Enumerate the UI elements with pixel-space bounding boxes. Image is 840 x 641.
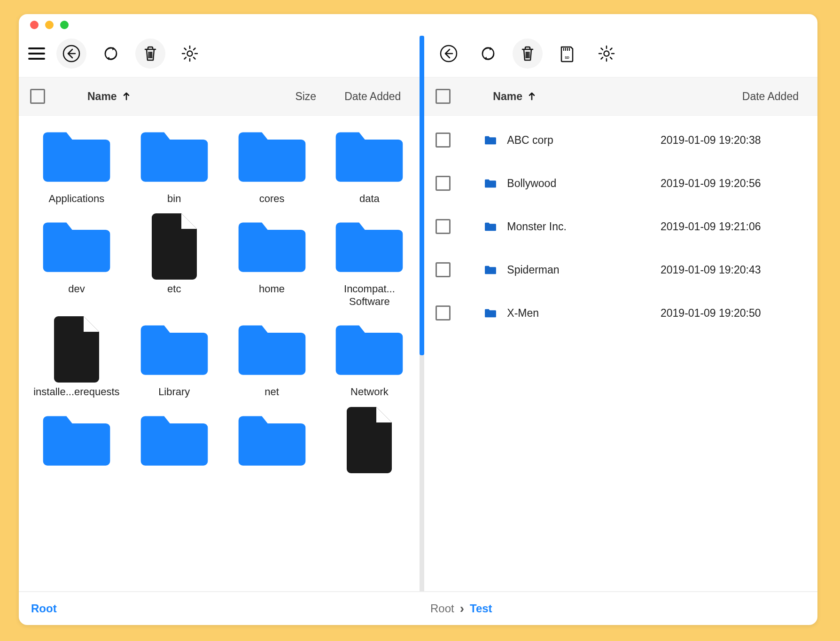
row-checkbox[interactable] [436,262,451,277]
grid-item-label: home [259,283,285,295]
row-name: Monster Inc. [507,220,661,233]
row-date: 2019-01-09 19:21:06 [661,220,806,233]
row-checkbox[interactable] [436,176,451,191]
list-row[interactable]: ABC corp 2019-01-09 19:20:38 [424,118,817,162]
row-checkbox[interactable] [436,305,451,320]
svg-line-36 [601,57,603,59]
grid-item[interactable]: dev [30,215,123,308]
folder-icon [234,125,310,186]
row-name: X-Men [507,307,661,320]
zoom-window-button[interactable] [60,21,69,29]
settings-button[interactable] [591,39,622,69]
sdcard-icon: SD [558,44,576,63]
sort-by-date[interactable]: Date Added [344,90,401,103]
breadcrumb-segment[interactable]: Test [470,602,492,615]
refresh-button[interactable] [96,39,126,69]
folder-icon [234,318,310,379]
folder-icon [39,215,114,276]
sort-by-size[interactable]: Size [295,90,316,103]
grid-item[interactable] [226,409,319,477]
refresh-icon [101,44,120,63]
list-row[interactable]: Spiderman 2019-01-09 19:20:43 [424,248,817,291]
folder-icon [39,125,114,186]
breadcrumb-segment[interactable]: Root [430,602,454,615]
grid-item[interactable]: Network [323,318,416,398]
row-checkbox[interactable] [436,219,451,234]
scrollbar-thumb[interactable] [420,36,424,355]
row-date: 2019-01-09 19:20:50 [661,307,806,320]
file-icon [39,318,114,379]
column-name-label: Name [87,90,117,103]
folder-icon [332,125,407,186]
grid-item[interactable]: etc [128,215,221,308]
left-pane: Name Size Date Added Applications bin co… [19,36,420,591]
grid-item-label: Incompat... Software [325,283,414,308]
sort-by-date[interactable]: Date Added [742,90,799,103]
grid-item-label: Network [350,386,389,398]
chevron-right-icon: › [460,601,464,616]
list-row[interactable]: Bollywood 2019-01-09 19:20:56 [424,162,817,205]
sort-by-name[interactable]: Name [87,90,131,103]
minimize-window-button[interactable] [45,21,54,29]
folder-icon [484,178,497,188]
sort-by-name[interactable]: Name [493,90,537,103]
folder-icon [332,215,407,276]
sdcard-button[interactable]: SD [552,39,582,69]
svg-line-35 [610,48,612,50]
arrow-left-circle-icon [439,44,458,63]
refresh-button[interactable] [473,39,503,69]
grid-item-label: bin [167,193,181,205]
svg-point-28 [604,51,609,56]
pane-divider[interactable] [420,36,424,591]
right-pane: SD Name Date Added [424,36,817,591]
grid-item[interactable] [30,409,123,477]
grid-item[interactable]: bin [128,125,221,205]
back-button[interactable] [434,39,464,69]
grid-item[interactable]: data [323,125,416,205]
folder-icon [234,409,310,470]
svg-line-33 [601,48,603,50]
grid-item[interactable]: net [226,318,319,398]
list-row[interactable]: X-Men 2019-01-09 19:20:50 [424,291,817,335]
svg-line-14 [194,48,195,50]
grid-item[interactable]: installe...erequests [30,318,123,398]
gear-icon [180,44,199,63]
trash-button[interactable] [513,39,543,69]
svg-line-34 [610,57,612,59]
menu-button[interactable] [28,47,45,60]
breadcrumb-segment[interactable]: Root [31,602,57,615]
back-button[interactable] [56,39,86,69]
arrow-left-circle-icon [62,44,81,63]
grid-item[interactable] [128,409,221,477]
svg-line-12 [185,48,187,50]
sort-asc-icon [122,92,131,101]
grid-item[interactable]: Applications [30,125,123,205]
grid-item-label: etc [167,283,181,295]
row-date: 2019-01-09 19:20:43 [661,264,806,276]
trash-icon [518,44,537,63]
row-name: ABC corp [507,134,661,147]
list-row[interactable]: Monster Inc. 2019-01-09 19:21:06 [424,205,817,248]
app-window: Name Size Date Added Applications bin co… [19,14,817,625]
row-checkbox[interactable] [436,133,451,148]
gear-icon [597,44,616,63]
select-all-checkbox[interactable] [436,89,451,104]
grid-item[interactable]: Library [128,318,221,398]
folder-icon [332,318,407,379]
select-all-checkbox[interactable] [30,89,45,104]
grid-item[interactable]: Incompat... Software [323,215,416,308]
bottom-bar: Root Root›Test [19,591,817,625]
trash-button[interactable] [135,39,165,69]
grid-item[interactable]: cores [226,125,319,205]
dual-pane: Name Size Date Added Applications bin co… [19,36,817,591]
grid-item[interactable]: home [226,215,319,308]
grid-item[interactable] [323,409,416,477]
folder-icon [137,125,212,186]
close-window-button[interactable] [30,21,39,29]
right-toolbar: SD [424,36,817,77]
settings-button[interactable] [175,39,205,69]
column-name-label: Name [493,90,522,103]
row-name: Spiderman [507,264,661,276]
folder-icon [484,135,497,145]
right-list-view: ABC corp 2019-01-09 19:20:38 Bollywood 2… [424,116,817,591]
